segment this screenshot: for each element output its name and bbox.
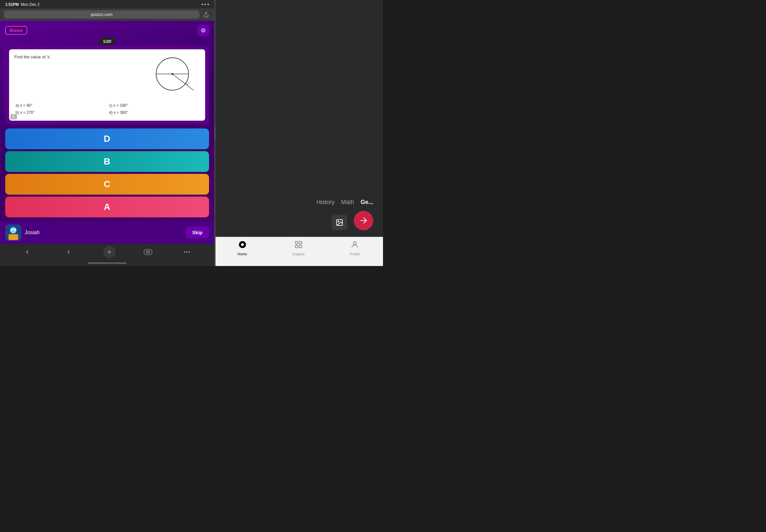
url-bar[interactable]: quizizz.com	[4, 10, 199, 18]
drag-handle[interactable]	[214, 127, 215, 139]
answer-buttons: D B C A	[5, 128, 209, 217]
tab-explore-label: Explore	[292, 252, 304, 256]
answer-option-a: a) x = 90°	[14, 103, 106, 108]
more-options-button[interactable]	[180, 246, 193, 259]
status-bar: 1:51PM Mon Dec 2	[0, 0, 214, 8]
question-content: Find the value of 'x'. x° a) x = 90°	[14, 54, 200, 115]
svg-point-15	[184, 251, 185, 253]
category-geo[interactable]: Ge...	[360, 199, 373, 206]
app-bottom-bar: Home Explore Profile	[214, 237, 383, 266]
answer-button-a[interactable]: A	[5, 197, 209, 217]
tab-profile[interactable]: Profile	[327, 240, 383, 256]
svg-point-16	[186, 251, 188, 253]
answer-options: a) x = 90° c) x = 180° b) x = 270° d) x …	[14, 103, 200, 115]
svg-point-13	[11, 229, 13, 231]
answer-button-b[interactable]: B	[5, 151, 209, 172]
answer-option-d: d) x = 360°	[108, 110, 200, 115]
new-tab-button[interactable]: +	[103, 246, 115, 258]
bonus-badge: Bonus	[5, 26, 27, 35]
svg-point-14	[14, 229, 16, 231]
content-area-bottom	[214, 211, 383, 237]
question-counter: 1/20	[98, 38, 115, 45]
question-image: Find the value of 'x'. x° a) x = 90°	[9, 49, 205, 121]
status-time: 1:51PM	[5, 2, 19, 7]
svg-rect-22	[295, 241, 298, 244]
ios-nav-bar: + 17	[0, 244, 214, 260]
quiz-panel: 1:51PM Mon Dec 2 quizizz.com Bonus ⚙	[0, 0, 214, 266]
answer-option-c: c) x = 180°	[108, 103, 200, 108]
zoom-hint	[10, 114, 17, 119]
tab-home[interactable]: Home	[214, 240, 270, 256]
player-avatar	[5, 224, 21, 241]
back-button[interactable]	[21, 246, 34, 259]
settings-button[interactable]: ⚙	[197, 25, 209, 36]
tab-explore[interactable]: Explore	[270, 240, 326, 256]
status-indicators	[201, 4, 209, 5]
red-circle-button[interactable]	[354, 211, 373, 230]
wifi-dot	[204, 4, 206, 5]
quiz-area: Bonus ⚙ 1/20 Find the value of 'x'.	[0, 21, 214, 221]
category-history[interactable]: History	[316, 199, 334, 206]
url-text: quizizz.com	[91, 12, 113, 17]
svg-rect-12	[8, 234, 18, 240]
battery-dot	[207, 4, 209, 5]
status-bar-left: 1:51PM Mon Dec 2	[5, 2, 40, 7]
svg-text:x°: x°	[186, 82, 189, 86]
quiz-top-row: Bonus ⚙	[5, 25, 209, 36]
avatar-icon	[5, 224, 21, 241]
skip-button[interactable]: Skip	[186, 226, 209, 238]
tab-profile-label: Profile	[350, 252, 360, 256]
svg-rect-25	[299, 245, 302, 248]
right-content: History Math Ge...	[214, 0, 383, 237]
svg-point-19	[338, 221, 339, 222]
home-icon	[238, 240, 247, 251]
quiz-bottom-bar: Josiah Skip	[0, 221, 214, 244]
explore-icon	[294, 240, 303, 251]
svg-point-21	[241, 243, 244, 246]
image-placeholder-button[interactable]	[332, 215, 347, 230]
circle-diagram: x°	[148, 54, 200, 97]
category-math[interactable]: Math	[341, 199, 354, 206]
player-name: Josiah	[25, 230, 40, 236]
question-card: Find the value of 'x'. x° a) x = 90°	[5, 45, 209, 125]
category-row: History Math Ge...	[214, 199, 383, 211]
svg-rect-23	[299, 241, 302, 244]
browser-bar: quizizz.com	[0, 8, 214, 21]
svg-point-17	[188, 251, 190, 253]
player-info: Josiah	[5, 224, 40, 241]
status-date: Mon Dec 2	[21, 2, 40, 7]
svg-line-4	[172, 74, 193, 90]
svg-point-26	[353, 242, 356, 245]
svg-line-7	[14, 117, 15, 118]
answer-button-c[interactable]: C	[5, 174, 209, 195]
tabs-count-button[interactable]: 17	[144, 249, 152, 255]
share-button[interactable]	[202, 10, 210, 19]
answer-option-b: b) x = 270°	[14, 110, 106, 115]
profile-icon	[350, 240, 359, 251]
signal-dot	[201, 4, 203, 5]
forward-button[interactable]	[62, 246, 75, 259]
answer-button-d[interactable]: D	[5, 128, 209, 149]
tab-home-label: Home	[237, 252, 247, 256]
home-bar	[88, 262, 127, 264]
question-text: Find the value of 'x'.	[14, 54, 52, 59]
right-panel: History Math Ge...	[214, 0, 383, 266]
home-indicator	[0, 260, 214, 266]
svg-rect-24	[295, 245, 298, 248]
